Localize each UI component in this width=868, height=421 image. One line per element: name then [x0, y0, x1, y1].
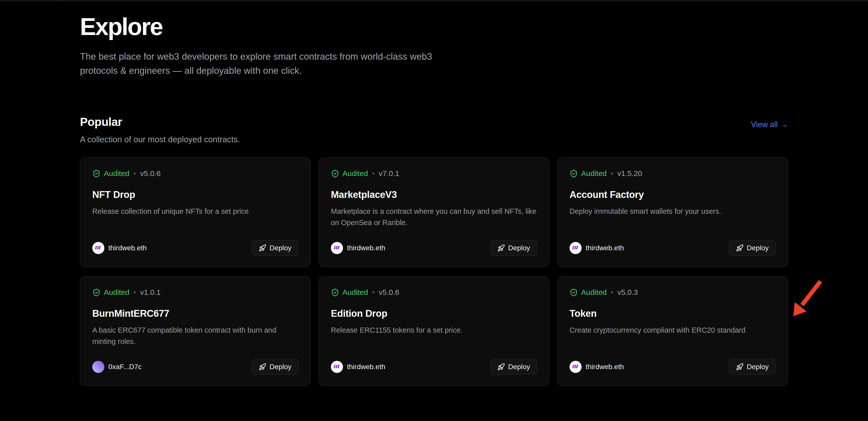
- deploy-label: Deploy: [508, 363, 530, 371]
- view-all-link[interactable]: View all →: [751, 120, 788, 129]
- shield-check-icon: [569, 169, 578, 178]
- deploy-button[interactable]: Deploy: [490, 359, 537, 375]
- contract-description: Release collection of unique NFTs for a …: [92, 206, 299, 217]
- contract-description: Release ERC1155 tokens for a set price.: [331, 325, 537, 336]
- audited-badge: Audited: [342, 288, 368, 297]
- deploy-button[interactable]: Deploy: [729, 240, 776, 256]
- audited-badge: Audited: [342, 169, 368, 178]
- version-label: v5.0.3: [617, 288, 638, 297]
- red-arrow-annotation: [787, 277, 827, 322]
- publisher-link[interactable]: thirdweb.eth: [331, 361, 385, 373]
- contracts-grid: Audited • v5.0.6 NFT Drop Release collec…: [80, 158, 788, 386]
- publisher-name: thirdweb.eth: [108, 244, 147, 252]
- publisher-link[interactable]: thirdweb.eth: [569, 361, 624, 373]
- deploy-button[interactable]: Deploy: [490, 240, 537, 256]
- shield-check-icon: [92, 288, 100, 297]
- deploy-label: Deploy: [747, 244, 769, 252]
- dot-separator: •: [372, 288, 375, 297]
- publisher-name: thirdweb.eth: [586, 244, 624, 252]
- rocket-icon: [736, 363, 744, 371]
- card-footer: 0xaF...D7c Deploy: [92, 359, 299, 375]
- thirdweb-logo-icon: [572, 245, 579, 251]
- version-label: v5.0.6: [140, 169, 161, 178]
- version-label: v7.0.1: [379, 169, 399, 178]
- rocket-icon: [736, 244, 744, 252]
- contract-title: NFT Drop: [92, 189, 299, 200]
- version-label: v1.5.20: [617, 169, 642, 178]
- rocket-icon: [259, 363, 266, 371]
- rocket-icon: [497, 363, 505, 371]
- audited-badge: Audited: [104, 169, 129, 178]
- dot-separator: •: [372, 169, 375, 178]
- publisher-name: thirdweb.eth: [347, 363, 385, 371]
- shield-check-icon: [92, 169, 100, 178]
- top-nav-divider: [61, 0, 61, 1]
- deploy-button[interactable]: Deploy: [252, 240, 299, 256]
- popular-heading: Popular: [80, 115, 122, 129]
- contract-description: Marketplace is a contract where you can …: [331, 206, 537, 228]
- contract-title: Edition Drop: [331, 308, 537, 319]
- contract-description: Create cryptocurrency compliant with ERC…: [569, 325, 776, 336]
- publisher-link[interactable]: thirdweb.eth: [569, 242, 624, 254]
- contract-card-edition-drop[interactable]: Audited • v5.0.6 Edition Drop Release ER…: [318, 276, 550, 386]
- card-footer: thirdweb.eth Deploy: [331, 359, 537, 375]
- publisher-avatar: [92, 242, 104, 254]
- publisher-avatar: [92, 361, 104, 373]
- publisher-link[interactable]: thirdweb.eth: [331, 242, 385, 254]
- deploy-label: Deploy: [270, 244, 291, 252]
- version-label: v1.0.1: [140, 288, 161, 297]
- view-all-label: View all: [751, 120, 778, 129]
- publisher-avatar: [331, 242, 343, 254]
- main-content: Explore The best place for web3 develope…: [80, 13, 788, 386]
- audited-badge: Audited: [581, 169, 607, 178]
- thirdweb-logo-icon: [572, 364, 579, 369]
- publisher-avatar: [569, 242, 582, 254]
- shield-check-icon: [569, 288, 578, 297]
- popular-subheading: A collection of our most deployed contra…: [80, 135, 788, 144]
- deploy-label: Deploy: [270, 363, 291, 371]
- dot-separator: •: [611, 288, 614, 297]
- rocket-icon: [259, 244, 266, 252]
- dot-separator: •: [611, 169, 614, 178]
- contract-description: A basic ERC677 compatible token contract…: [92, 325, 299, 347]
- contract-card-nft-drop[interactable]: Audited • v5.0.6 NFT Drop Release collec…: [80, 158, 311, 267]
- arrow-right-icon: →: [780, 120, 788, 129]
- thirdweb-logo-icon: [334, 364, 340, 369]
- audited-badge: Audited: [581, 288, 607, 297]
- explore-page: { "page": { "title": "Explore", "subtitl…: [0, 0, 868, 421]
- popular-section-header: Popular View all →: [80, 115, 788, 129]
- deploy-button[interactable]: Deploy: [252, 359, 299, 375]
- badge-row: Audited • v5.0.6: [92, 169, 299, 178]
- top-nav-sliver: [0, 0, 868, 1]
- publisher-name: 0xaF...D7c: [108, 363, 142, 371]
- card-footer: thirdweb.eth Deploy: [569, 359, 776, 375]
- contract-card-burnminterc677[interactable]: Audited • v1.0.1 BurnMintERC677 A basic …: [80, 276, 311, 386]
- publisher-avatar: [569, 361, 582, 373]
- badge-row: Audited • v5.0.3: [569, 288, 776, 297]
- card-footer: thirdweb.eth Deploy: [92, 240, 299, 256]
- badge-row: Audited • v5.0.6: [331, 288, 537, 297]
- publisher-avatar: [331, 361, 343, 373]
- contract-card-marketplacev3[interactable]: Audited • v7.0.1 MarketplaceV3 Marketpla…: [318, 158, 550, 267]
- contract-card-token[interactable]: Audited • v5.0.3 Token Create cryptocurr…: [557, 276, 788, 386]
- publisher-link[interactable]: thirdweb.eth: [92, 242, 147, 254]
- publisher-name: thirdweb.eth: [347, 244, 385, 252]
- page-title: Explore: [80, 13, 788, 40]
- contract-title: BurnMintERC677: [92, 308, 299, 319]
- publisher-link[interactable]: 0xaF...D7c: [92, 361, 142, 373]
- thirdweb-logo-icon: [334, 245, 340, 251]
- shield-check-icon: [331, 169, 339, 178]
- thirdweb-logo-icon: [95, 245, 102, 251]
- deploy-button[interactable]: Deploy: [729, 359, 776, 375]
- shield-check-icon: [331, 288, 339, 297]
- deploy-label: Deploy: [508, 244, 530, 252]
- audited-badge: Audited: [104, 288, 129, 297]
- contract-card-account-factory[interactable]: Audited • v1.5.20 Account Factory Deploy…: [557, 158, 788, 267]
- badge-row: Audited • v1.0.1: [92, 288, 299, 297]
- deploy-label: Deploy: [747, 363, 769, 371]
- contract-title: Token: [569, 308, 776, 319]
- card-footer: thirdweb.eth Deploy: [569, 240, 776, 256]
- publisher-name: thirdweb.eth: [586, 363, 624, 371]
- page-subtitle: The best place for web3 developers to ex…: [80, 50, 458, 78]
- badge-row: Audited • v1.5.20: [569, 169, 776, 178]
